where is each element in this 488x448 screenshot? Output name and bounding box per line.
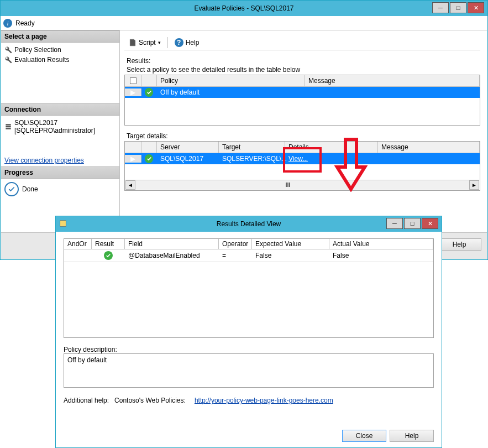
close-button[interactable]: ✕ bbox=[468, 2, 484, 13]
help-main-button[interactable]: Help bbox=[437, 238, 481, 251]
success-icon bbox=[104, 251, 113, 260]
results-row[interactable]: ▶ Off by default bbox=[125, 87, 480, 98]
col-result[interactable]: Result bbox=[92, 239, 125, 249]
info-icon: i bbox=[3, 19, 12, 28]
minimize-button[interactable]: ─ bbox=[432, 2, 449, 13]
maximize-button-2[interactable]: □ bbox=[404, 218, 421, 229]
results-grid[interactable]: Policy Message ▶ Off by default bbox=[124, 75, 480, 126]
additional-help-row: Additional help: Contoso's Web Policies:… bbox=[64, 394, 434, 407]
col-server[interactable]: Server bbox=[157, 142, 219, 153]
col-target[interactable]: Target bbox=[219, 142, 285, 153]
progress-body: Done bbox=[1, 179, 119, 200]
results-hint: Select a policy to see the detailed resu… bbox=[127, 66, 480, 74]
help-icon: ? bbox=[175, 38, 183, 47]
section-select-page: Select a page bbox=[1, 30, 119, 43]
titlebar-2[interactable]: Results Detailed View ─ □ ✕ bbox=[56, 216, 442, 232]
scroll-right-arrow[interactable]: ► bbox=[469, 180, 479, 190]
connection-info: SQL\SQL2017 [SQLREPRO\administrator] bbox=[4, 118, 116, 136]
svg-rect-0 bbox=[60, 221, 66, 227]
chevron-down-icon: ▾ bbox=[158, 40, 161, 45]
app-icon bbox=[59, 220, 67, 227]
policy-description-label: Policy description: bbox=[64, 346, 434, 353]
section-progress: Progress bbox=[1, 166, 119, 179]
additional-help-link[interactable]: http://your-policy-web-page-link-goes-he… bbox=[195, 397, 333, 404]
page-policy-selection[interactable]: Policy Selection bbox=[4, 45, 116, 55]
progress-status: Done bbox=[22, 185, 38, 193]
col-actual[interactable]: Actual Value bbox=[329, 239, 433, 249]
script-icon bbox=[129, 39, 137, 46]
results-detailed-view-window: Results Detailed View ─ □ ✕ AndOr Result… bbox=[55, 216, 442, 448]
annotation-highlight-box bbox=[283, 147, 322, 173]
progress-done-icon bbox=[4, 182, 19, 196]
success-icon bbox=[145, 154, 153, 163]
horizontal-scrollbar[interactable]: ◄ ► bbox=[125, 180, 479, 190]
annotation-arrow-icon bbox=[334, 137, 368, 192]
window-title-2: Results Detailed View bbox=[217, 220, 281, 228]
server-icon bbox=[4, 123, 12, 131]
col-andor[interactable]: AndOr bbox=[64, 239, 92, 249]
script-button[interactable]: Script ▾ bbox=[124, 35, 165, 50]
col-message-2[interactable]: Message bbox=[378, 142, 480, 153]
page-evaluation-results[interactable]: Evaluation Results bbox=[4, 55, 116, 65]
scroll-left-arrow[interactable]: ◄ bbox=[125, 180, 135, 190]
view-connection-properties-link[interactable]: View connection properties bbox=[4, 157, 116, 164]
col-operator[interactable]: Operator bbox=[219, 239, 252, 249]
window-title: Evaluate Policies - SQL\SQL2017 bbox=[194, 4, 293, 12]
col-expected[interactable]: Expected Value bbox=[252, 239, 329, 249]
minimize-button-2[interactable]: ─ bbox=[386, 218, 403, 229]
status-text: Ready bbox=[15, 19, 35, 27]
close-detail-button[interactable]: Close bbox=[342, 430, 386, 442]
success-icon bbox=[145, 88, 153, 97]
col-field[interactable]: Field bbox=[125, 239, 219, 249]
wrench-icon bbox=[4, 56, 12, 64]
target-details-label: Target details: bbox=[127, 132, 480, 140]
toolbar: Script ▾ ? Help bbox=[124, 35, 480, 50]
status-bar: i Ready bbox=[1, 16, 487, 30]
wrench-icon bbox=[4, 46, 12, 54]
section-connection: Connection bbox=[1, 103, 119, 116]
titlebar[interactable]: Evaluate Policies - SQL\SQL2017 ─ □ ✕ bbox=[1, 1, 487, 16]
detail-results-grid[interactable]: AndOr Result Field Operator Expected Val… bbox=[64, 238, 434, 338]
help-detail-button[interactable]: Help bbox=[390, 430, 434, 442]
close-button-2[interactable]: ✕ bbox=[422, 218, 438, 229]
policy-description-box[interactable]: Off by default bbox=[64, 353, 434, 388]
results-label: Results: bbox=[127, 57, 480, 65]
col-policy[interactable]: Policy bbox=[157, 75, 305, 86]
maximize-button[interactable]: □ bbox=[450, 2, 466, 13]
help-button[interactable]: ? Help bbox=[170, 35, 204, 50]
detail-row[interactable]: @DatabaseMailEnabled = False False bbox=[64, 249, 433, 262]
col-message[interactable]: Message bbox=[305, 75, 480, 86]
select-all-checkbox[interactable] bbox=[130, 77, 137, 84]
